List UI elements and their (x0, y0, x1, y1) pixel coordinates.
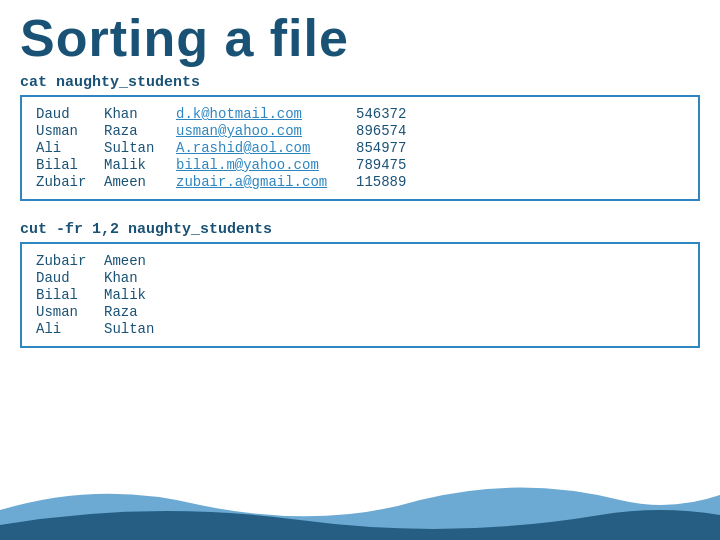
cell-number: 789475 (356, 157, 436, 173)
cell-email: zubair.a@gmail.com (176, 174, 356, 190)
cell-number: 115889 (356, 174, 436, 190)
cell-last: Sultan (104, 321, 184, 337)
cell-last: Ameen (104, 253, 184, 269)
table-row: Bilal Malik bilal.m@yahoo.com 789475 (36, 157, 684, 173)
cell-last: Ameen (104, 174, 176, 190)
cell-last: Raza (104, 304, 184, 320)
table-row: Usman Raza (36, 304, 684, 320)
cell-first: Daud (36, 106, 104, 122)
page-title: Sorting a file (0, 0, 720, 68)
table-row: Zubair Ameen (36, 253, 684, 269)
cell-first: Bilal (36, 157, 104, 173)
cell-first: Zubair (36, 253, 104, 269)
cell-last: Malik (104, 287, 184, 303)
cell-email: d.k@hotmail.com (176, 106, 356, 122)
cell-last: Khan (104, 106, 176, 122)
table-row: Ali Sultan (36, 321, 684, 337)
cell-last: Raza (104, 123, 176, 139)
terminal-box-2: Zubair Ameen Daud Khan Bilal Malik Usman… (20, 242, 700, 348)
cell-email: bilal.m@yahoo.com (176, 157, 356, 173)
cell-first: Usman (36, 304, 104, 320)
cell-last: Khan (104, 270, 184, 286)
cell-first: Ali (36, 140, 104, 156)
cell-number: 896574 (356, 123, 436, 139)
table-row: Daud Khan (36, 270, 684, 286)
cell-last: Sultan (104, 140, 176, 156)
table-row: Zubair Ameen zubair.a@gmail.com 115889 (36, 174, 684, 190)
command2-label: cut -fr 1,2 naughty_students (20, 221, 700, 238)
cell-first: Ali (36, 321, 104, 337)
cell-email: usman@yahoo.com (176, 123, 356, 139)
cell-last: Malik (104, 157, 176, 173)
terminal-box-1: Daud Khan d.k@hotmail.com 546372 Usman R… (20, 95, 700, 201)
decorative-wave (0, 470, 720, 540)
section-cat: cat naughty_students Daud Khan d.k@hotma… (20, 74, 700, 201)
cell-email: A.rashid@aol.com (176, 140, 356, 156)
cell-number: 854977 (356, 140, 436, 156)
table-row: Daud Khan d.k@hotmail.com 546372 (36, 106, 684, 122)
table-row: Usman Raza usman@yahoo.com 896574 (36, 123, 684, 139)
cell-number: 546372 (356, 106, 436, 122)
cell-first: Bilal (36, 287, 104, 303)
section-cut: cut -fr 1,2 naughty_students Zubair Amee… (20, 221, 700, 348)
cell-first: Usman (36, 123, 104, 139)
command1-label: cat naughty_students (20, 74, 700, 91)
cell-first: Daud (36, 270, 104, 286)
table-row: Ali Sultan A.rashid@aol.com 854977 (36, 140, 684, 156)
cell-first: Zubair (36, 174, 104, 190)
table-row: Bilal Malik (36, 287, 684, 303)
